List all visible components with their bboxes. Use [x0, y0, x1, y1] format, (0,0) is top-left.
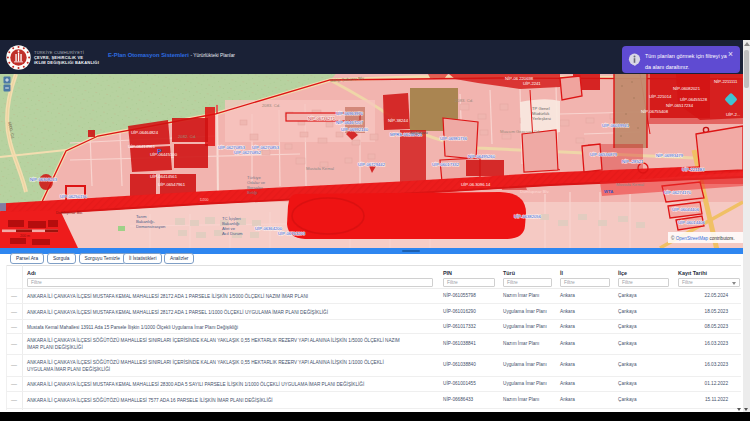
svg-text:Demonstrasyon: Demonstrasyon	[136, 224, 166, 229]
svg-text:NİP-06517234: NİP-06517234	[666, 103, 694, 108]
svg-text:2083. Cd.: 2083. Cd.	[455, 98, 473, 103]
svg-text:UİP-06382056: UİP-06382056	[514, 214, 542, 219]
svg-text:UİP-06963970: UİP-06963970	[336, 111, 364, 116]
svg-text:UİP-06039941: UİP-06039941	[602, 123, 630, 128]
svg-text:UİP-06.3096.14: UİP-06.3096.14	[461, 182, 491, 187]
svg-text:Mustafa Kemal: Mustafa Kemal	[616, 182, 644, 187]
svg-text:UİP-06445100: UİP-06445100	[150, 152, 178, 157]
svg-text:Dumlupınar Blv.: Dumlupınar Blv.	[520, 189, 550, 194]
svg-text:UİP-2211B3: UİP-2211B3	[682, 167, 705, 172]
svg-text:UİP-06270852: UİP-06270852	[234, 150, 262, 155]
svg-text:UİP-221014: UİP-221014	[649, 94, 672, 99]
svg-text:NİP-06736271: NİP-06736271	[308, 116, 336, 121]
svg-text:UİP-06547961: UİP-06547961	[158, 182, 186, 187]
svg-text:200 m: 200 m	[20, 234, 30, 238]
svg-text:NİP-38244: NİP-38244	[388, 118, 409, 123]
svg-text:UİP-06414561: UİP-06414561	[150, 174, 178, 179]
svg-text:P: P	[157, 148, 162, 155]
svg-text:NİP-06755408: NİP-06755408	[641, 109, 669, 114]
svg-text:Muasım Gencsov Cd.: Muasım Gencsov Cd.	[500, 129, 540, 134]
svg-text:UİP-06464824: UİP-06464824	[131, 130, 159, 135]
svg-text:UİP-06014406: UİP-06014406	[678, 220, 706, 225]
svg-text:Yerleşkesi: Yerleşkesi	[532, 116, 551, 121]
svg-text:NİP--28521: NİP--28521	[622, 159, 644, 164]
svg-text:UİP-06250150: UİP-06250150	[60, 194, 88, 199]
svg-text:NİP-06467207: NİP-06467207	[336, 120, 364, 125]
svg-text:UİP-06729442: UİP-06729442	[358, 162, 386, 167]
svg-text:Acil Durum: Acil Durum	[222, 231, 243, 236]
svg-text:UİP-06274170: UİP-06274170	[664, 190, 692, 195]
svg-text:UİP-06414561: UİP-06414561	[128, 144, 156, 149]
svg-text:WTA: WTA	[604, 189, 613, 194]
svg-text:UİP-06981736: UİP-06981736	[440, 136, 468, 141]
svg-text:NİP-2211111: NİP-2211111	[714, 79, 738, 84]
svg-text:2082. Cd.: 2082. Cd.	[178, 134, 196, 139]
svg-text:UİP-06017332: UİP-06017332	[432, 162, 460, 167]
svg-text:2083. Cd.: 2083. Cd.	[262, 103, 280, 108]
svg-text:D200: D200	[200, 198, 209, 202]
svg-text:Söğütözü: Söğütözü	[410, 130, 428, 135]
svg-text:NİP-06082021: NİP-06082021	[673, 86, 701, 91]
svg-text:NİP-06993479: NİP-06993479	[656, 153, 684, 158]
svg-text:NİP-06495260: NİP-06495260	[468, 154, 496, 159]
svg-text:UİP-06536879: UİP-06536879	[590, 152, 618, 157]
svg-text:Mustafa Kemal: Mustafa Kemal	[306, 166, 334, 171]
svg-text:UİP-06761203: UİP-06761203	[278, 231, 306, 236]
svg-text:Dumlupınar Blv.: Dumlupınar Blv.	[56, 211, 83, 215]
svg-text:NİP-06308243: NİP-06308243	[30, 177, 58, 182]
svg-text:UİP-06044406: UİP-06044406	[672, 207, 700, 212]
svg-text:UİP-2...: UİP-2...	[726, 112, 740, 117]
svg-text:UİP-06455128: UİP-06455128	[680, 97, 708, 102]
svg-text:© OpenStreetMap contributors.: © OpenStreetMap contributors.	[671, 235, 735, 241]
svg-text:UİP-06992140: UİP-06992140	[341, 127, 369, 132]
svg-text:Birliği: Birliği	[247, 190, 257, 195]
svg-text:UİP-2241: UİP-2241	[523, 81, 541, 86]
